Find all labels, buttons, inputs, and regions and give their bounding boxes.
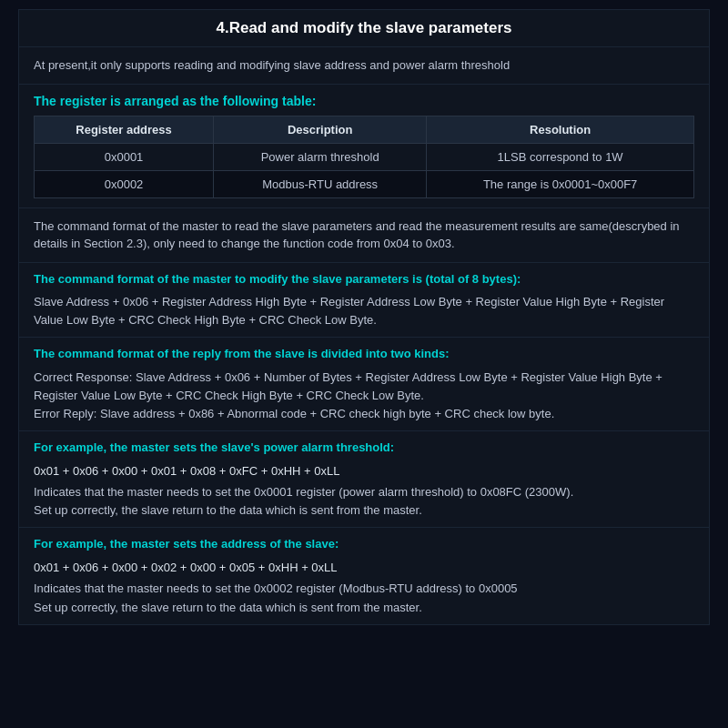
table-row: 0x0001Power alarm threshold1LSB correspo… <box>35 143 694 170</box>
power-alarm-code-text: 0x01 + 0x06 + 0x00 + 0x01 + 0x08 + 0xFC … <box>34 464 339 478</box>
reply-body-line-0: Correct Response: Slave Address + 0x06 +… <box>34 370 662 402</box>
section-reply-heading: The command format of the reply from the… <box>34 345 694 363</box>
table-row: 0x0002Modbus-RTU addressThe range is 0x0… <box>35 170 694 197</box>
section-reply-heading-text: The command format of the reply from the… <box>34 347 450 360</box>
table-cell-resolution: 1LSB correspond to 1W <box>427 143 694 170</box>
table-cell-address: 0x0002 <box>35 170 214 197</box>
table-section: The register is arranged as the followin… <box>19 85 709 208</box>
section-power-alarm-heading: For example, the master sets the slave's… <box>34 439 694 457</box>
intro-text: At present,it only supports reading and … <box>34 58 510 72</box>
slave-address-body-line-1: Set up correctly, the slave return to th… <box>34 601 422 614</box>
title-text: 4.Read and modify the slave parameters <box>216 19 511 36</box>
table-cell-address: 0x0001 <box>35 143 214 170</box>
section-power-alarm-heading-text: For example, the master sets the slave's… <box>34 440 394 454</box>
section-modify-command: The command format of the master to modi… <box>19 263 709 339</box>
card-title: 4.Read and modify the slave parameters <box>19 10 709 47</box>
section-modify-command-body: Slave Address + 0x06 + Register Address … <box>34 293 694 329</box>
reply-body-line-1: Error Reply: Slave address + 0x86 + Abno… <box>34 407 554 420</box>
power-alarm-body-line-0: Indicates that the master needs to set t… <box>34 485 573 499</box>
section-power-alarm-example: For example, the master sets the slave's… <box>19 431 709 528</box>
power-alarm-body-line-1: Set up correctly, the slave return to th… <box>34 503 422 517</box>
section-modify-command-heading: The command format of the master to modi… <box>34 270 694 288</box>
page-container: 4.Read and modify the slave parameters A… <box>0 0 728 728</box>
col-header-resolution: Resolution <box>427 116 694 143</box>
slave-address-code-text: 0x01 + 0x06 + 0x00 + 0x02 + 0x00 + 0x05 … <box>34 561 338 574</box>
slave-address-body-line-0: Indicates that the master needs to set t… <box>34 581 518 595</box>
main-card: 4.Read and modify the slave parameters A… <box>18 9 710 625</box>
power-alarm-code: 0x01 + 0x06 + 0x00 + 0x01 + 0x08 + 0xFC … <box>34 462 694 480</box>
register-table: Register address Description Resolution … <box>34 116 694 198</box>
section-reply-body: Correct Response: Slave Address + 0x06 +… <box>34 369 694 423</box>
section-modify-command-heading-text: The command format of the master to modi… <box>34 272 521 286</box>
section-modify-command-body-text: Slave Address + 0x06 + Register Address … <box>34 295 664 327</box>
intro-section: At present,it only supports reading and … <box>19 47 709 85</box>
section-power-alarm-body: Indicates that the master needs to set t… <box>34 483 694 520</box>
after-table-text: The command format of the master to read… <box>19 208 709 263</box>
col-header-address: Register address <box>35 116 214 143</box>
slave-address-code: 0x01 + 0x06 + 0x00 + 0x02 + 0x00 + 0x05 … <box>34 559 694 577</box>
after-table-body: The command format of the master to read… <box>34 219 680 251</box>
section-reply-format: The command format of the reply from the… <box>19 338 709 431</box>
table-cell-description: Modbus-RTU address <box>214 170 427 197</box>
table-header-row: Register address Description Resolution <box>35 116 694 143</box>
col-header-description: Description <box>214 116 427 143</box>
table-cell-resolution: The range is 0x0001~0x00F7 <box>427 170 694 197</box>
section-slave-address-body: Indicates that the master needs to set t… <box>34 580 694 616</box>
section-slave-address-example: For example, the master sets the address… <box>19 528 709 623</box>
table-heading: The register is arranged as the followin… <box>34 94 694 108</box>
table-heading-text: The register is arranged as the followin… <box>34 94 316 108</box>
section-slave-address-heading: For example, the master sets the address… <box>34 535 694 553</box>
section-slave-address-heading-text: For example, the master sets the address… <box>34 537 339 551</box>
table-cell-description: Power alarm threshold <box>214 143 427 170</box>
